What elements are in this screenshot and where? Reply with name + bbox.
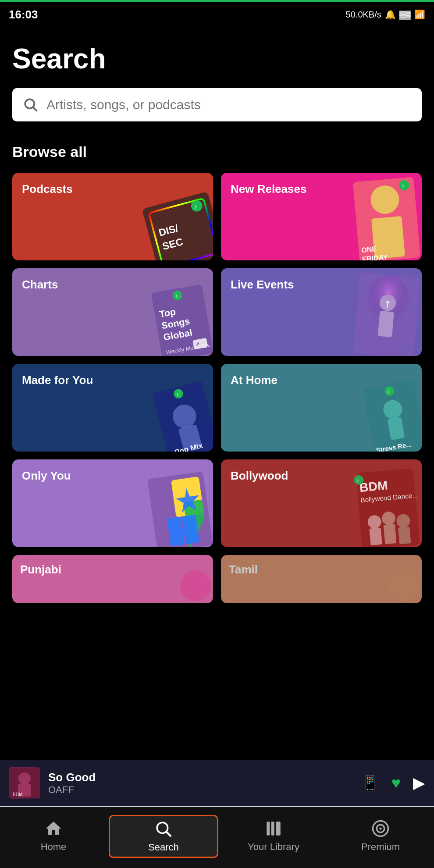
made-for-you-art: ♪ Pop Mix — [146, 379, 213, 452]
search-icon — [23, 97, 39, 113]
category-bollywood[interactable]: Bollywood BDM Bollywood Dance... ♪ — [221, 459, 422, 547]
nav-your-library[interactable]: Your Library — [220, 815, 327, 857]
svg-rect-68 — [271, 822, 274, 836]
category-tamil[interactable]: Tamil — [221, 555, 422, 603]
category-at-home[interactable]: At Home ♪ Stress Re... — [221, 364, 422, 452]
category-punjabi-label: Punjabi — [20, 563, 61, 576]
now-playing-bar[interactable]: BDM So Good OAFF 📱 ♥ ▶ — [0, 760, 434, 807]
svg-text:♪: ♪ — [356, 477, 359, 483]
only-you-art — [142, 470, 213, 547]
wifi-icon: 📶 — [414, 9, 425, 20]
charts-art: ♪ Top Songs Global ↗ Weekly Music Ch... — [146, 283, 213, 356]
svg-point-62 — [18, 772, 31, 785]
svg-rect-27 — [378, 311, 394, 337]
search-bar[interactable] — [12, 88, 422, 121]
bottom-nav: Home Search Your Library Premium — [0, 807, 434, 868]
home-icon — [44, 819, 63, 838]
category-live-events-label: Live Events — [231, 278, 294, 292]
nav-search[interactable]: Search — [109, 815, 218, 858]
nav-library-label: Your Library — [248, 841, 299, 853]
svg-line-1 — [33, 107, 36, 110]
category-live-events[interactable]: Live Events — [221, 268, 422, 356]
category-podcasts[interactable]: Podcasts DIS/ SEC ♪ — [12, 173, 213, 260]
category-new-releases[interactable]: New Releases ONE FRIDAY ♪ — [221, 173, 422, 260]
podcasts-art: DIS/ SEC ♪ — [142, 192, 213, 260]
category-punjabi[interactable]: Punjabi — [12, 555, 213, 603]
page-title: Search — [12, 43, 422, 75]
category-only-you[interactable]: Only You — [12, 459, 213, 547]
signal-icon: ▓▓ — [399, 10, 411, 19]
browse-all-label: Browse all — [12, 143, 422, 160]
main-content: Search Browse all Podcasts — [0, 25, 434, 735]
category-bollywood-label: Bollywood — [231, 469, 288, 483]
svg-line-66 — [166, 832, 171, 836]
now-playing-controls: 📱 ♥ ▶ — [361, 774, 425, 792]
bollywood-art: BDM Bollywood Dance... ♪ — [351, 468, 422, 547]
spotify-icon — [371, 819, 390, 838]
svg-text:BDM: BDM — [13, 792, 22, 797]
svg-text:ONE: ONE — [361, 245, 377, 254]
svg-rect-52 — [369, 528, 382, 545]
category-tamil-label: Tamil — [229, 563, 258, 576]
svg-point-72 — [379, 827, 381, 829]
category-at-home-label: At Home — [231, 374, 277, 387]
svg-rect-67 — [267, 822, 270, 836]
category-charts[interactable]: Charts ♪ Top Songs Global ↗ Weekly Music… — [12, 268, 213, 356]
now-playing-thumbnail: BDM — [9, 767, 40, 799]
category-made-for-you[interactable]: Made for You ♪ Pop Mix — [12, 364, 213, 452]
nav-home-label: Home — [41, 841, 67, 853]
punjabi-art — [178, 568, 213, 603]
category-new-releases-label: New Releases — [231, 182, 306, 196]
browse-grid: Podcasts DIS/ SEC ♪ — [12, 173, 422, 547]
svg-point-59 — [180, 570, 211, 601]
search-nav-icon — [154, 820, 173, 838]
new-releases-art: ONE FRIDAY ♪ — [348, 176, 422, 260]
live-events-art — [348, 272, 422, 356]
nav-premium[interactable]: Premium — [327, 815, 434, 857]
status-time: 16:03 — [9, 8, 38, 21]
category-podcasts-label: Podcasts — [22, 182, 73, 196]
svg-rect-56 — [398, 526, 411, 544]
svg-line-29 — [388, 303, 388, 308]
cast-icon[interactable]: 📱 — [361, 774, 379, 792]
svg-rect-54 — [384, 524, 397, 544]
now-playing-title: So Good — [48, 771, 353, 784]
nav-search-label: Search — [148, 842, 179, 853]
status-right-icons: 50.0KB/s 🔔 ▓▓ 📶 — [346, 9, 425, 20]
category-only-you-label: Only You — [22, 469, 71, 483]
notification-icon: 🔔 — [385, 9, 396, 20]
category-charts-label: Charts — [22, 278, 58, 292]
partial-categories-row: Punjabi Tamil — [12, 555, 422, 603]
nav-premium-label: Premium — [361, 841, 400, 853]
svg-rect-69 — [276, 822, 281, 836]
now-playing-artist: OAFF — [48, 784, 353, 796]
at-home-art: ♪ Stress Re... — [357, 379, 422, 452]
play-button[interactable]: ▶ — [413, 774, 425, 792]
search-input[interactable] — [46, 97, 411, 112]
favorite-icon[interactable]: ♥ — [391, 774, 401, 792]
speed-indicator: 50.0KB/s — [346, 10, 381, 20]
category-made-for-you-label: Made for You — [22, 374, 93, 387]
library-icon — [264, 819, 283, 838]
nav-home[interactable]: Home — [0, 815, 107, 857]
svg-point-60 — [389, 570, 420, 601]
svg-text:♪: ♪ — [401, 182, 405, 189]
tamil-art — [387, 568, 422, 603]
status-bar: 16:03 50.0KB/s 🔔 ▓▓ 📶 — [0, 2, 434, 25]
now-playing-info: So Good OAFF — [48, 771, 353, 796]
